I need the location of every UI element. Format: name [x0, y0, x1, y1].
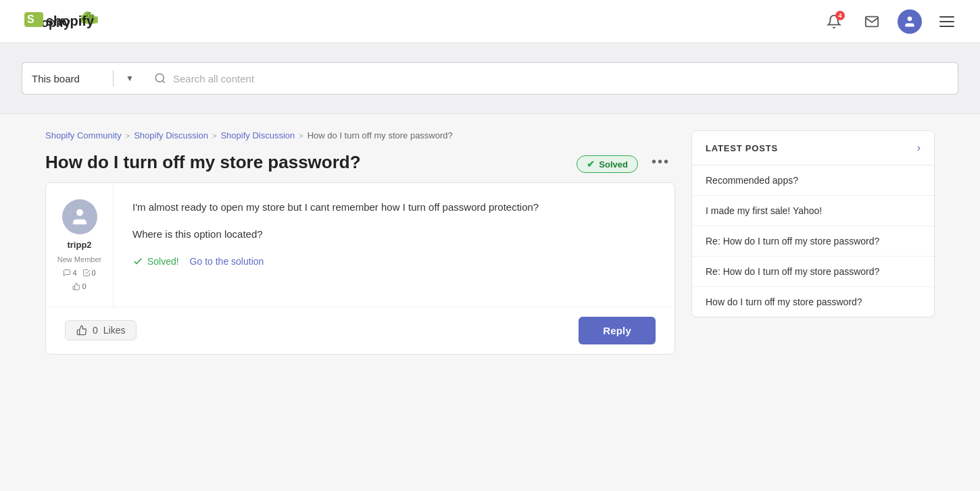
author-likes-stat: 0: [72, 282, 86, 290]
solved-solution-line: Solved! Go to the solution: [132, 256, 656, 267]
go-to-solution-link[interactable]: Go to the solution: [190, 256, 264, 267]
search-input-wrapper: [143, 62, 958, 95]
reply-button[interactable]: Reply: [579, 317, 656, 344]
post-paragraph-1: I'm almost ready to open my store but I …: [132, 199, 656, 215]
latest-post-link[interactable]: I made my first sale! Yahoo!: [706, 205, 921, 216]
search-icon: [154, 72, 166, 84]
latest-post-item[interactable]: Re: How do I turn off my store password?: [692, 226, 934, 257]
latest-posts-arrow-icon: ›: [917, 142, 921, 154]
board-selector[interactable]: This board ▼: [22, 62, 143, 95]
search-section: This board ▼: [0, 43, 980, 114]
thumbs-up-icon: [76, 325, 87, 336]
solved-badge: ✔ Solved: [577, 155, 638, 173]
latest-post-item[interactable]: I made my first sale! Yahoo!: [692, 196, 934, 226]
messages-button[interactable]: [860, 9, 884, 34]
breadcrumb-current: How do I turn off my store password?: [308, 130, 453, 140]
latest-post-link[interactable]: How do I turn off my store password?: [706, 296, 921, 307]
likes-label: Likes: [103, 325, 126, 336]
post-author-row: tripp2 New Member 4 0 0: [46, 183, 675, 307]
latest-post-link[interactable]: Re: How do I turn off my store password?: [706, 266, 921, 277]
author-solutions-count: 0: [92, 269, 96, 277]
author-name: tripp2: [67, 240, 91, 250]
author-sidebar: tripp2 New Member 4 0 0: [46, 183, 114, 307]
chevron-down-icon: ▼: [126, 74, 134, 83]
latest-post-item[interactable]: Recommended apps?: [692, 165, 934, 196]
board-selector-label: This board: [32, 73, 101, 84]
svg-text:S: S: [27, 14, 34, 25]
notifications-button[interactable]: 4: [822, 9, 846, 34]
solved-check-icon: ✔: [587, 159, 595, 170]
author-solutions-stat: 0: [82, 269, 96, 277]
breadcrumb-sep-2: >: [212, 132, 216, 140]
profile-button[interactable]: [898, 9, 922, 34]
latest-posts-list: Recommended apps?I made my first sale! Y…: [692, 165, 934, 317]
solved-icon: [132, 256, 143, 267]
latest-posts-header: LATEST POSTS ›: [692, 131, 934, 165]
svg-text:shopify: shopify: [46, 14, 95, 28]
notification-count: 4: [835, 11, 845, 20]
svg-point-7: [76, 209, 83, 216]
breadcrumb-discussion-1[interactable]: Shopify Discussion: [134, 130, 208, 140]
latest-post-item[interactable]: Re: How do I turn off my store password?: [692, 257, 934, 287]
latest-post-link[interactable]: Re: How do I turn off my store password?: [706, 236, 921, 247]
latest-post-link[interactable]: Recommended apps?: [706, 175, 921, 186]
shopify-logo: shopify S shopify: [22, 8, 109, 35]
latest-posts-title: LATEST POSTS: [706, 143, 778, 153]
main-header: shopify S shopify 4: [0, 0, 980, 43]
author-role: New Member: [57, 255, 101, 263]
selector-divider: [113, 70, 114, 86]
solved-prefix: Solved!: [147, 256, 179, 267]
latest-posts-card: LATEST POSTS › Recommended apps?I made m…: [691, 130, 935, 317]
post-card: tripp2 New Member 4 0 0: [45, 182, 675, 355]
post-footer: 0 Likes Reply: [46, 307, 675, 354]
author-stats: 4 0 0: [57, 269, 102, 290]
page-title: How do I turn off my store password?: [45, 151, 568, 174]
author-replies-stat: 4: [63, 269, 76, 277]
post-paragraph-2: Where is this option located?: [132, 226, 656, 242]
header-actions: 4: [822, 9, 958, 34]
sidebar-column: LATEST POSTS › Recommended apps?I made m…: [691, 130, 935, 355]
post-more-button[interactable]: •••: [646, 151, 675, 172]
svg-point-5: [155, 74, 164, 82]
post-header: How do I turn off my store password? ✔ S…: [45, 151, 675, 174]
latest-post-item[interactable]: How do I turn off my store password?: [692, 287, 934, 317]
solved-label: Solved: [599, 159, 628, 170]
breadcrumb-discussion-2[interactable]: Shopify Discussion: [220, 130, 295, 140]
user-avatar: [898, 9, 922, 34]
main-container: Shopify Community > Shopify Discussion >…: [24, 114, 956, 371]
likes-count: 0: [93, 325, 98, 336]
search-input[interactable]: [173, 73, 947, 84]
author-replies-count: 4: [72, 269, 76, 277]
post-content-body: I'm almost ready to open my store but I …: [114, 183, 675, 283]
svg-line-6: [162, 80, 164, 82]
likes-button[interactable]: 0 Likes: [65, 320, 137, 340]
content-column: Shopify Community > Shopify Discussion >…: [45, 130, 675, 355]
hamburger-menu-button[interactable]: [935, 12, 958, 31]
logo-area: shopify S shopify: [22, 8, 109, 35]
svg-point-4: [908, 16, 912, 21]
breadcrumb: Shopify Community > Shopify Discussion >…: [45, 130, 675, 140]
author-likes-count: 0: [82, 282, 86, 290]
breadcrumb-sep-1: >: [126, 132, 130, 140]
breadcrumb-community[interactable]: Shopify Community: [45, 130, 122, 140]
breadcrumb-sep-3: >: [299, 132, 303, 140]
avatar: [62, 199, 97, 234]
